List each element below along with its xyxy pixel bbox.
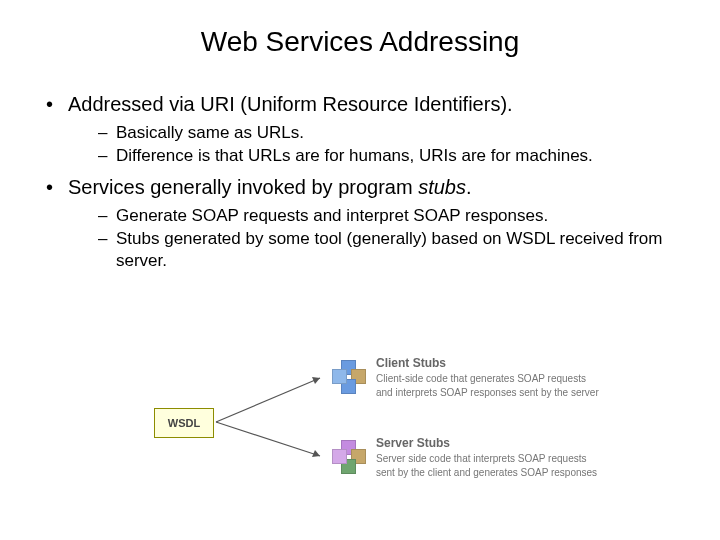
sub-2a: Generate SOAP requests and interpret SOA…: [98, 205, 692, 227]
wsdl-label: WSDL: [154, 408, 214, 438]
slide-title: Web Services Addressing: [0, 0, 720, 68]
client-stubs-title: Client Stubs: [376, 356, 604, 370]
bullet-2-tail: .: [466, 176, 472, 198]
bullet-2: Services generally invoked by program st…: [46, 175, 692, 272]
sublist-2: Generate SOAP requests and interpret SOA…: [68, 205, 692, 272]
client-stubs-icon: [332, 360, 366, 394]
diagram-arrows: [212, 350, 332, 500]
server-stubs-group: Server Stubs Server side code that inter…: [332, 436, 604, 479]
svg-line-2: [216, 422, 320, 456]
client-stubs-desc: Client-side code that generates SOAP req…: [376, 372, 604, 399]
sublist-1: Basically same as URLs. Difference is th…: [68, 122, 692, 168]
sub-1b: Difference is that URLs are for humans, …: [98, 145, 692, 167]
bullet-2-head: Services generally invoked by program: [68, 176, 418, 198]
bullet-1-text: Addressed via URI (Uniform Resource Iden…: [68, 93, 513, 115]
wsdl-diagram: WSDL Client Stubs Client-side code that …: [154, 350, 604, 510]
bullet-2-emph: stubs: [418, 176, 466, 198]
server-stubs-text: Server Stubs Server side code that inter…: [376, 436, 604, 479]
bullet-1: Addressed via URI (Uniform Resource Iden…: [46, 92, 692, 167]
bullet-list: Addressed via URI (Uniform Resource Iden…: [28, 92, 692, 272]
svg-line-0: [216, 378, 320, 422]
sub-2b: Stubs generated by some tool (generally)…: [98, 228, 692, 272]
server-stubs-icon: [332, 440, 366, 474]
client-stubs-text: Client Stubs Client-side code that gener…: [376, 356, 604, 399]
client-stubs-group: Client Stubs Client-side code that gener…: [332, 356, 604, 399]
sub-1a: Basically same as URLs.: [98, 122, 692, 144]
slide-body: Addressed via URI (Uniform Resource Iden…: [0, 68, 720, 272]
server-stubs-desc: Server side code that interprets SOAP re…: [376, 452, 604, 479]
slide: Web Services Addressing Addressed via UR…: [0, 0, 720, 540]
server-stubs-title: Server Stubs: [376, 436, 604, 450]
